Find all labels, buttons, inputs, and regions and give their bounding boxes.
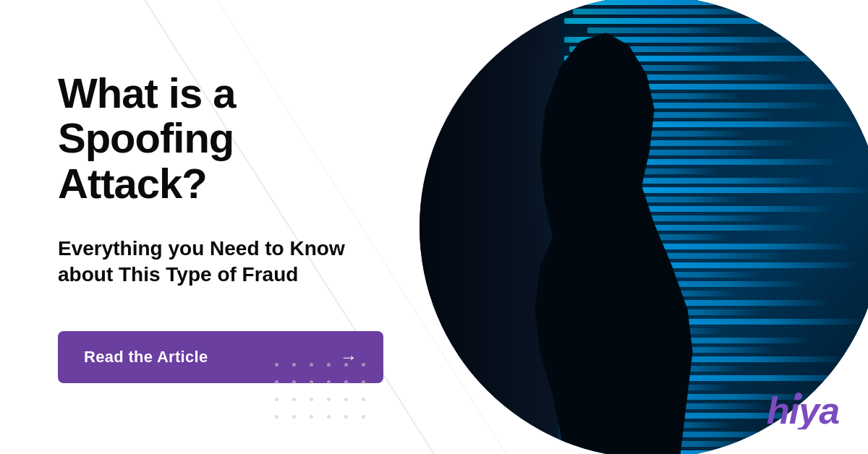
dot — [327, 380, 331, 384]
main-title: What is a Spoofing Attack? — [58, 71, 362, 207]
hacker-image-bg — [420, 0, 868, 454]
dot — [344, 380, 348, 384]
hiya-logo: hiya — [767, 392, 846, 437]
dot — [292, 415, 296, 419]
svg-text:hiya: hiya — [767, 392, 839, 429]
dot — [362, 415, 365, 419]
dot — [292, 363, 296, 367]
dot — [310, 415, 313, 419]
dot — [327, 363, 331, 367]
cta-button-label: Read the Article — [84, 348, 208, 367]
dot — [344, 363, 348, 367]
dot — [275, 363, 278, 367]
dot — [310, 398, 313, 401]
dot — [344, 398, 348, 401]
subtitle: Everything you Need to Know about This T… — [58, 236, 362, 288]
dot — [292, 380, 296, 384]
dot — [362, 398, 365, 401]
dot — [275, 415, 278, 419]
dot — [275, 380, 278, 384]
dot — [310, 363, 313, 367]
hero-image-circle — [420, 0, 868, 454]
page-container: What is a Spoofing Attack? Everything yo… — [0, 0, 868, 454]
svg-point-3 — [795, 393, 802, 400]
dot — [344, 415, 348, 419]
dot — [327, 398, 331, 401]
dot — [362, 363, 365, 367]
dot — [327, 415, 331, 419]
dot-pattern-decoration — [275, 363, 372, 425]
dot — [310, 380, 313, 384]
dot — [292, 398, 296, 401]
dot — [275, 398, 278, 401]
dot — [362, 380, 365, 384]
